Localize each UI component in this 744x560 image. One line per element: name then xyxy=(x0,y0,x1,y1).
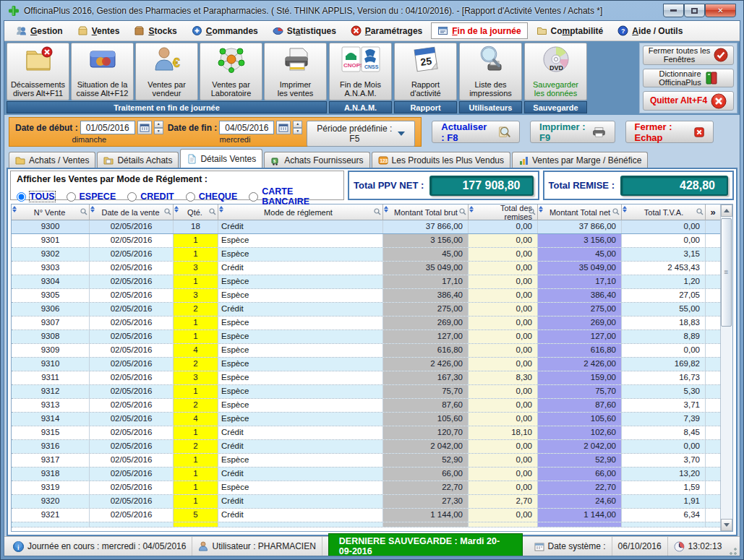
scroll-thumb[interactable] xyxy=(721,218,732,327)
mode-radio-espece[interactable]: ESPECE xyxy=(67,191,116,202)
table-row[interactable]: 931002/05/20162Espèce2 426,000,002 426,0… xyxy=(12,358,720,371)
table-row[interactable]: 930902/05/20164Espèce616,800,00616,800,0… xyxy=(12,344,720,358)
table-row[interactable]: 931602/05/20162Crédit2 042,000,002 042,0… xyxy=(12,440,720,454)
scroll-down-arrow[interactable] xyxy=(721,519,732,531)
resize-grip[interactable] xyxy=(729,547,737,556)
vertical-scrollbar[interactable] xyxy=(720,204,732,531)
table-row[interactable]: 931402/05/20164Espèce105,600,00105,607,3… xyxy=(12,413,720,426)
column-search-icon[interactable] xyxy=(374,208,381,215)
column-header-n-vente[interactable]: N° Vente xyxy=(12,204,90,220)
column-search-icon[interactable] xyxy=(459,208,466,215)
column-header-mode-reglement[interactable]: Mode de réglement xyxy=(218,204,383,220)
tab-details-ventes[interactable]: Détails Ventes xyxy=(180,149,262,168)
table-row[interactable]: 931902/05/20161Espèce22,700,0022,701,59 xyxy=(12,481,720,495)
column-search-icon[interactable] xyxy=(164,208,171,215)
table-cell: 9316 xyxy=(12,440,90,453)
table-cell: 0,00 xyxy=(469,358,538,371)
decaissements-button[interactable]: Décaissements divers Alt+F11 xyxy=(7,43,69,100)
fermer-toutes-fenetres-button[interactable]: Fermer toutes les Fenêtres xyxy=(643,46,734,65)
column-search-icon[interactable] xyxy=(80,208,87,215)
tab-ventes-marge-benefice[interactable]: Ventes par Marge / Bénéfice xyxy=(512,152,648,168)
column-overflow-indicator[interactable]: » xyxy=(706,204,720,220)
table-row[interactable]: 932002/05/20161Crédit27,302,7024,601,91 xyxy=(12,495,720,509)
date-end-stepper[interactable]: ▲▼ xyxy=(293,121,302,134)
fermer-echap-button[interactable]: Fermer : Echap xyxy=(625,121,714,143)
menu-item-gestion[interactable]: Gestion xyxy=(10,23,69,38)
fin-de-mois-anam-button[interactable]: CNOPSCNSS Fin de Mois A.N.A.M. xyxy=(329,43,392,100)
rapport-activite-button[interactable]: 25 Rapport d'activité xyxy=(394,43,457,100)
table-row[interactable]: 930502/05/20163Espèce386,400,00386,4027,… xyxy=(12,289,720,303)
date-start-stepper[interactable]: ▲▼ xyxy=(154,121,163,134)
table-row[interactable]: 931202/05/20161Espèce75,700,0075,705,30 xyxy=(12,385,720,399)
menu-item-ventes[interactable]: Ventes xyxy=(72,23,126,38)
radio-input[interactable] xyxy=(249,192,258,202)
mode-radio-credit[interactable]: CREDIT xyxy=(127,191,174,202)
close-button[interactable]: ✕ xyxy=(705,4,736,17)
ventes-vendeur-button[interactable]: € Ventes par vendeur xyxy=(135,43,198,100)
table-row[interactable]: 931702/05/20161Espèce52,900,0052,903,70 xyxy=(12,454,720,468)
actualiser-button[interactable]: Actualiser : F8 xyxy=(432,121,520,143)
table-row[interactable]: 931102/05/20163Espèce167,308,30159,0016,… xyxy=(12,371,720,385)
table-row[interactable]: 930102/05/20161Espèce3 156,000,003 156,0… xyxy=(12,234,720,248)
column-search-icon[interactable] xyxy=(529,208,536,215)
imprimer-button[interactable]: Imprimer : F9 xyxy=(530,121,615,143)
mode-radio-cheque[interactable]: CHEQUE xyxy=(186,191,237,202)
tab-details-achats[interactable]: Détails Achats xyxy=(97,152,179,168)
tab-achats-ventes[interactable]: Achats / Ventes xyxy=(9,152,95,168)
table-row[interactable]: 931502/05/20161Crédit120,7018,10102,608,… xyxy=(12,426,720,440)
menu-item-param-trages[interactable]: Paramétrages xyxy=(345,23,428,38)
date-start-input[interactable] xyxy=(80,121,135,134)
table-row[interactable]: 930002/05/201618Crédit37 866,000,0037 86… xyxy=(12,220,720,234)
tab-achats-fournisseurs[interactable]: $ Achats Fournisseurs xyxy=(264,152,369,168)
menu-item-comptabilit-[interactable]: Comptabilité xyxy=(531,23,610,38)
dictionnaire-button[interactable]: Dictionnaire OfficinaPlus xyxy=(643,69,734,88)
radio-input[interactable] xyxy=(186,192,195,202)
radio-input[interactable] xyxy=(67,192,76,202)
situation-caisse-button[interactable]: Situation de la caisse Alt+F12 xyxy=(71,43,134,100)
table-row[interactable]: 930402/05/20161Espèce17,100,0017,101,20 xyxy=(12,275,720,289)
column-header-montant-net[interactable]: Montant Total net xyxy=(538,204,622,220)
table-row[interactable]: 930202/05/20161Espèce45,000,0045,003,15 xyxy=(12,248,720,262)
menu-item-commandes[interactable]: Commandes xyxy=(186,23,264,38)
column-header-date-vente[interactable]: Date de la vente xyxy=(90,204,174,220)
menu-item-aide-outils[interactable]: ?Aide / Outils xyxy=(612,23,688,38)
table-row[interactable]: 930702/05/20161Espèce269,000,00269,0018,… xyxy=(12,316,720,330)
mode-radio-carte-bancaire[interactable]: CARTE BANCAIRE xyxy=(249,186,338,207)
table-row[interactable]: 932102/05/20165Crédit1 144,000,001 144,0… xyxy=(12,509,720,522)
table-row[interactable]: 931802/05/20161Crédit66,000,0066,0013,20 xyxy=(12,468,720,481)
menu-item-statistiques[interactable]: Statistiques xyxy=(267,23,342,38)
column-search-icon[interactable] xyxy=(209,208,216,215)
scroll-up-arrow[interactable] xyxy=(721,204,732,217)
quitter-button[interactable]: Quitter Alt+F4 xyxy=(643,91,734,111)
radio-input[interactable] xyxy=(17,192,26,202)
sauvegarder-donnees-button[interactable]: DVD Sauvegarder les données xyxy=(524,43,587,100)
table-cell: Espèce xyxy=(218,289,383,302)
table-row[interactable]: 930302/05/20163Crédit35 049,000,0035 049… xyxy=(12,262,720,275)
column-header-total-remises[interactable]: Total des remises xyxy=(469,204,538,220)
table-row[interactable]: 930602/05/20162Crédit275,000,00275,0055,… xyxy=(12,303,720,316)
menu-item-fin-de-la-journ-e[interactable]: Fin de la journée xyxy=(431,22,527,39)
mode-radio-tous[interactable]: TOUS xyxy=(17,191,55,202)
maximize-button[interactable] xyxy=(684,4,705,17)
column-header-total-tva[interactable]: Total T.V.A. xyxy=(622,204,706,220)
imprimer-ventes-button[interactable]: Imprimer les ventes xyxy=(264,43,327,100)
calendar-picker-icon[interactable] xyxy=(276,121,291,134)
radio-input[interactable] xyxy=(127,192,137,202)
minimize-button[interactable] xyxy=(663,4,684,17)
column-header-montant-brut[interactable]: Montant Total brut xyxy=(383,204,469,220)
date-end-input[interactable] xyxy=(219,121,274,134)
table-row[interactable]: 931302/05/20162Espèce87,600,0087,603,71 xyxy=(12,399,720,413)
books-icon xyxy=(705,71,718,85)
ventes-laboratoire-button[interactable]: Ventes par Laboratoire xyxy=(200,43,262,100)
column-search-icon[interactable] xyxy=(612,208,620,215)
menu-item-stocks[interactable]: Stocks xyxy=(128,23,182,38)
liste-impressions-button[interactable]: Liste des impressions xyxy=(459,43,522,100)
table-row[interactable]: 930802/05/20161Espèce127,000,00127,008,8… xyxy=(12,330,720,344)
calendar-picker-icon[interactable] xyxy=(137,121,152,134)
tab-produits-plus-vendus[interactable]: 123 Les Produits les Plus Vendus xyxy=(372,152,510,168)
periode-predefinie-dropdown[interactable]: Période prédéfinie : F5 xyxy=(307,121,415,147)
scroll-track[interactable] xyxy=(721,217,732,519)
table-cell: 6,34 xyxy=(622,509,706,522)
column-header-qte[interactable]: Qté. xyxy=(174,204,218,220)
column-search-icon[interactable] xyxy=(696,208,704,215)
